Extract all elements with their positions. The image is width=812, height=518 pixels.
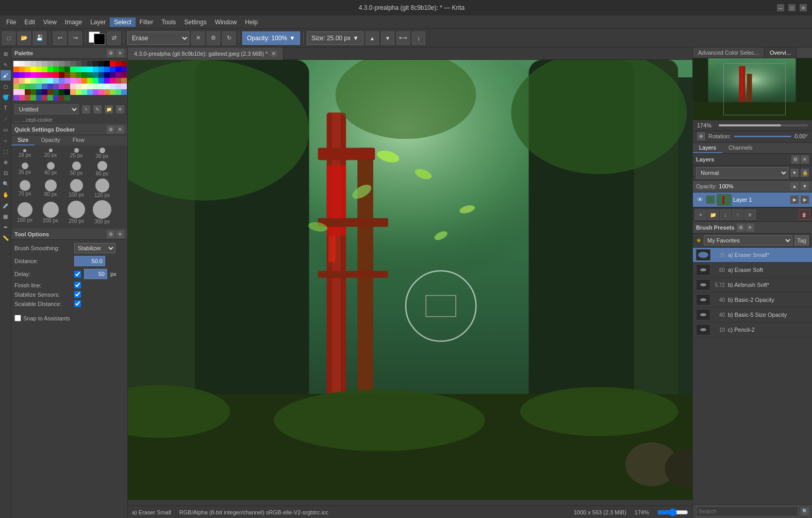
palette-color-cell[interactable] [36,89,42,95]
palette-color-cell[interactable] [42,89,47,95]
tool-line[interactable]: ⟋ [1,114,11,124]
palette-color-cell[interactable] [87,61,93,67]
palette-color-cell[interactable] [93,72,98,78]
snap-assistants-checkbox[interactable] [14,315,21,321]
palette-color-cell[interactable] [13,72,19,78]
palette-color-cell[interactable] [13,78,19,84]
tool-zoom[interactable]: 🔍 [1,179,11,189]
palette-color-cell[interactable] [13,95,19,101]
brush-size-option[interactable]: 70 px [14,180,35,197]
palette-color-cell[interactable] [121,72,127,78]
brush-size-option[interactable]: 40 px [40,162,61,175]
palette-color-cell[interactable] [19,67,25,72]
palette-color-cell[interactable] [47,61,53,67]
tab-opacity[interactable]: Opacity [35,135,66,145]
palette-color-cell[interactable] [93,89,98,95]
palette-color-cell[interactable] [70,72,76,78]
palette-color-cell[interactable] [53,61,59,67]
tool-options-config-button[interactable]: ⚙ [107,230,115,238]
palette-color-cell[interactable] [47,78,53,84]
layer-opacity-down[interactable]: ▼ [801,182,809,190]
tool-text[interactable]: T [1,103,11,113]
palette-color-cell[interactable] [98,61,104,67]
zoom-slider[interactable] [719,124,808,126]
palette-color-cell[interactable] [70,84,76,89]
palette-color-cell[interactable] [98,67,104,72]
palette-color-cell[interactable] [59,84,64,89]
blend-mode-select[interactable]: Normal [696,167,788,179]
brush-preset-item[interactable]: 60a) Eraser Soft [693,263,812,278]
finish-line-checkbox[interactable] [74,282,81,288]
palette-color-cell[interactable] [36,67,42,72]
palette-color-cell[interactable] [104,78,110,84]
tool-rect[interactable]: ▭ [1,124,11,135]
palette-color-cell[interactable] [42,95,47,101]
tool-fill[interactable]: 🪣 [1,92,11,102]
palette-color-cell[interactable] [19,84,25,89]
palette-color-cell[interactable] [115,84,121,89]
brush-presets-config-button[interactable]: ⚙ [737,223,745,232]
brush-size-option[interactable]: 200 px [40,202,61,223]
tool-pointer[interactable]: ↖ [1,59,11,70]
palette-color-cell[interactable] [115,72,121,78]
layer-opacity-up[interactable]: ▲ [790,182,799,190]
palette-color-cell[interactable] [42,84,47,89]
color-selector[interactable] [89,31,105,45]
palette-color-cell[interactable] [81,72,87,78]
palette-color-cell[interactable] [36,78,42,84]
brush-size-option[interactable]: 16 px [14,149,35,158]
rotate-canvas-button[interactable]: ⊕ [697,132,705,140]
palette-color-cell[interactable] [64,61,70,67]
tab-layers[interactable]: Layers [693,143,722,153]
palette-color-cell[interactable] [81,78,87,84]
palette-color-cell[interactable] [64,89,70,95]
palette-color-cell[interactable] [104,84,110,89]
brush-size-option[interactable]: 35 px [14,163,35,175]
palette-color-cell[interactable] [110,61,115,67]
palette-color-cell[interactable] [70,78,76,84]
background-color[interactable] [94,34,105,45]
quick-settings-close-button[interactable]: ✕ [116,125,124,134]
menu-layer[interactable]: Layer [86,18,110,27]
palette-color-cell[interactable] [19,89,25,95]
palette-name-select[interactable]: Untitled [14,104,79,115]
palette-color-cell[interactable] [25,67,30,72]
canvas-tab-close-button[interactable]: ✕ [271,51,277,57]
menu-window[interactable]: Window [211,18,241,27]
palette-color-cell[interactable] [64,67,70,72]
palette-color-cell[interactable] [76,72,81,78]
menu-view[interactable]: View [39,18,61,27]
palette-folder-button[interactable]: 📁 [105,105,113,114]
palette-color-cell[interactable] [53,89,59,95]
tool-path[interactable]: ✒ [1,222,11,232]
palette-color-cell[interactable] [115,89,121,95]
palette-color-cell[interactable] [25,89,30,95]
palette-color-cell[interactable] [76,61,81,67]
add-layer-button[interactable]: + [695,209,706,220]
layer-item[interactable]: 👁 Layer 1 ▶ ▶ [693,192,812,207]
brush-preset-item[interactable]: 5.72b) Airbrush Soft* [693,278,812,293]
palette-color-cell[interactable] [47,84,53,89]
palette-color-cell[interactable] [115,78,121,84]
palette-color-cell[interactable] [47,67,53,72]
brush-size-option[interactable]: 20 px [40,149,61,158]
palette-color-cell[interactable] [36,61,42,67]
tool-crop[interactable]: ⊡ [1,168,11,178]
canvas-tab[interactable]: 4.3.0-prealpha (git 8c9b10e): galteed.jp… [128,47,284,60]
palette-color-cell[interactable] [64,78,70,84]
layers-close-button[interactable]: ✕ [801,155,809,164]
menu-image[interactable]: Image [61,18,86,27]
brush-preset-item[interactable]: 40b) Basic-2 Opacity [693,293,812,307]
palette-color-cell[interactable] [53,78,59,84]
palette-color-cell[interactable] [64,95,70,101]
layer-more-button[interactable]: ▶ [790,196,799,204]
menu-tools[interactable]: Tools [157,18,180,27]
palette-color-cell[interactable] [115,61,121,67]
palette-color-cell[interactable] [19,61,25,67]
palette-color-cell[interactable] [36,84,42,89]
palette-config-button[interactable]: ⚙ [107,49,115,57]
tool-colorpick[interactable]: 💉 [1,200,11,211]
palette-color-cell[interactable] [59,95,64,101]
layer-lock-button[interactable]: 🔒 [801,169,809,177]
palette-color-cell[interactable] [59,78,64,84]
